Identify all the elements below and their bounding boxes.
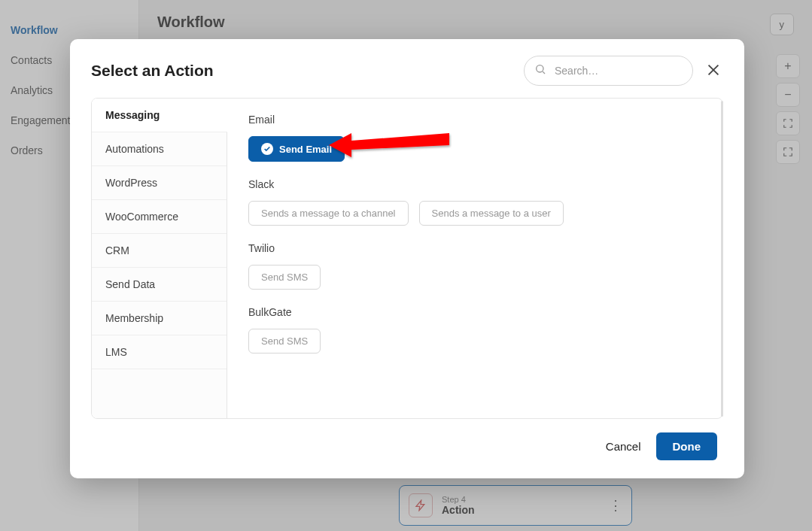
chip-label: Send SMS — [261, 335, 308, 347]
chip-label: Send Email — [279, 144, 332, 155]
chip-row: Send SMS — [248, 329, 701, 353]
modal-title: Select an Action — [91, 62, 512, 80]
group-twilio: Twilio Send SMS — [248, 242, 701, 290]
modal-footer: Cancel Done — [70, 419, 744, 478]
modal-header: Select an Action — [70, 39, 744, 98]
group-label: Email — [248, 114, 701, 126]
chip-label: Send SMS — [261, 272, 308, 283]
group-label: Twilio — [248, 242, 701, 254]
close-button[interactable] — [705, 62, 723, 80]
chip-label: Sends a message to a channel — [261, 208, 396, 219]
group-email: Email Send Email — [248, 114, 701, 162]
category-automations[interactable]: Automations — [92, 132, 227, 166]
chip-twilio-sms[interactable]: Send SMS — [248, 265, 321, 290]
chip-send-email[interactable]: Send Email — [248, 136, 345, 162]
category-messaging[interactable]: Messaging — [92, 99, 227, 132]
chip-slack-user[interactable]: Sends a message to a user — [419, 201, 564, 226]
search-icon — [534, 63, 546, 78]
category-crm[interactable]: CRM — [92, 234, 227, 268]
category-send-data[interactable]: Send Data — [92, 268, 227, 302]
category-woocommerce[interactable]: WooCommerce — [92, 200, 227, 234]
group-bulkgate: BulkGate Send SMS — [248, 306, 701, 353]
check-icon — [261, 143, 273, 155]
done-button[interactable]: Done — [656, 432, 718, 460]
chip-row: Sends a message to a channel Sends a mes… — [248, 201, 701, 226]
chip-bulkgate-sms[interactable]: Send SMS — [248, 329, 321, 353]
chip-slack-channel[interactable]: Sends a message to a channel — [248, 201, 409, 226]
category-lms[interactable]: LMS — [92, 335, 227, 369]
chip-row: Send Email — [248, 136, 701, 162]
modal-body: Messaging Automations WordPress WooComme… — [91, 98, 723, 419]
group-label: Slack — [248, 178, 701, 190]
category-wordpress[interactable]: WordPress — [92, 166, 227, 200]
category-sidebar: Messaging Automations WordPress WooComme… — [92, 99, 227, 418]
chip-label: Sends a message to a user — [432, 208, 551, 219]
group-label: BulkGate — [248, 306, 701, 318]
group-slack: Slack Sends a message to a channel Sends… — [248, 178, 701, 226]
cancel-button[interactable]: Cancel — [606, 440, 641, 453]
chip-row: Send SMS — [248, 265, 701, 290]
select-action-modal: Select an Action Messaging Automations W… — [70, 39, 744, 478]
search-wrap — [524, 56, 693, 86]
search-input[interactable] — [524, 56, 693, 86]
svg-point-0 — [537, 65, 543, 72]
close-icon — [705, 62, 722, 78]
category-membership[interactable]: Membership — [92, 302, 227, 335]
action-content: Email Send Email Slack Sends a message t… — [227, 99, 722, 418]
svg-line-1 — [543, 71, 545, 74]
